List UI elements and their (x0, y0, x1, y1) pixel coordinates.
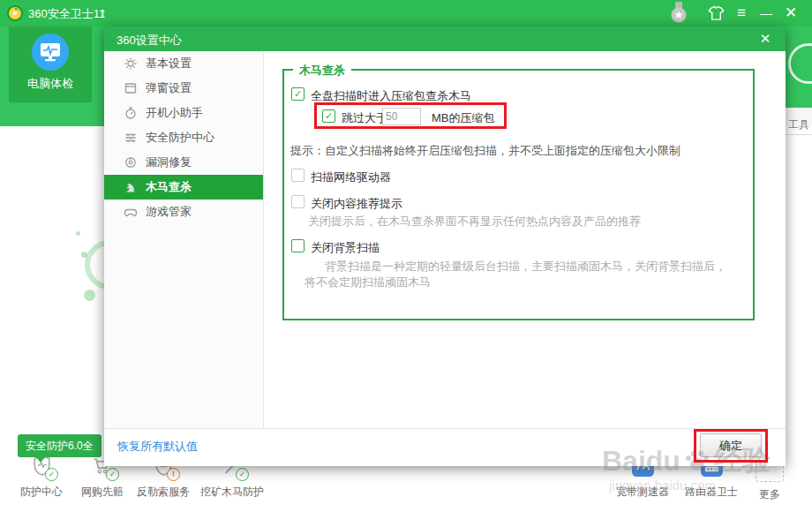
close-icon[interactable]: ✕ (781, 4, 801, 23)
dialog-close-icon[interactable]: ✕ (756, 30, 775, 48)
sidebar-item-label: 游戏管家 (146, 204, 192, 220)
app-titlebar (0, 0, 812, 26)
window-icon (124, 81, 138, 95)
sidebar-item-vulnerability-repair[interactable]: 漏洞修复 (104, 150, 263, 175)
annotation-box-skip-size (314, 102, 507, 129)
gamepad-icon (124, 205, 138, 219)
theme-shirt-icon[interactable] (708, 5, 725, 22)
tools-section-label: 工具 (788, 117, 809, 132)
menu-icon[interactable]: ≡ (732, 4, 751, 23)
sidebar-item-label: 漏洞修复 (146, 154, 192, 170)
sidebar-item-label: 木马查杀 (146, 179, 192, 195)
sidebar-item-trojan-scan[interactable]: 木马查杀 (104, 175, 263, 200)
panel-lines-icon (124, 131, 138, 145)
decorative-dot (76, 231, 80, 236)
tooltip-pointer (35, 456, 46, 463)
archive-scan-checkbox[interactable]: ✓ (291, 87, 304, 101)
status-ok-badge: ✓ (106, 468, 119, 481)
dialog-title: 360设置中心 (117, 33, 182, 49)
trojan-horse-icon (124, 180, 138, 194)
screen: 360安全卫士11 ↑ ≡ — ✕ 电脑体检 工具 (0, 0, 812, 512)
target-icon (124, 155, 138, 169)
annotation-box-ok-button (694, 429, 768, 463)
settings-dialog: 360设置中心 ✕ 基本设置 弹窗设置 (104, 26, 786, 466)
sidebar-item-label: 安全防护中心 (146, 130, 214, 146)
section-legend: 木马查杀 (293, 63, 351, 79)
network-drive-checkbox[interactable] (291, 169, 304, 182)
network-drive-label: 扫描网络驱动器 (311, 169, 391, 185)
sidebar-item-game-manager[interactable]: 游戏管家 (104, 200, 263, 224)
restore-defaults-link[interactable]: 恢复所有默认值 (117, 439, 198, 455)
medal-icon[interactable] (668, 2, 689, 25)
dialog-header (104, 26, 786, 51)
decorative-dot (84, 290, 95, 301)
background-scan-label: 关闭背景扫描 (311, 240, 380, 256)
settings-sidebar: 基本设置 弹窗设置 开机小助手 (104, 51, 264, 428)
toolbar-item-label: 宽带测速器 (603, 485, 682, 500)
tab-computer-checkup[interactable]: 电脑体检 (9, 26, 92, 102)
sidebar-item-security-center[interactable]: 安全防护中心 (104, 125, 263, 150)
background-scan-checkbox[interactable] (291, 239, 304, 252)
content-recommendation-checkbox[interactable] (291, 195, 304, 208)
tip-text: 提示：自定义扫描将始终开启压缩包扫描，并不受上面指定的压缩包大小限制 (290, 143, 680, 159)
content-recommendation-hint: 关闭提示后，在木马查杀界面不再显示任何热点内容及产品的推荐 (308, 214, 641, 230)
sidebar-item-popup-settings[interactable]: 弹窗设置 (104, 76, 263, 101)
timer-icon (124, 106, 138, 120)
sidebar-item-boot-assistant[interactable]: 开机小助手 (104, 101, 263, 125)
footer-divider (104, 428, 786, 429)
content-recommendation-label: 关闭内容推荐提示 (311, 196, 402, 212)
status-ok-badge: ✓ (236, 468, 249, 481)
background-scan-hint-line2: 将不会定期扫描顽固木马 (304, 275, 431, 290)
minimize-icon[interactable]: — (756, 4, 776, 23)
app-logo-icon (6, 4, 24, 22)
tab-computer-checkup-label: 电脑体检 (9, 76, 92, 92)
sidebar-item-label: 基本设置 (146, 56, 192, 72)
background-scan-hint-line1: 背景扫描是一种定期的轻量级后台扫描，主要扫描顽固木马，关闭背景扫描后， (325, 259, 726, 275)
app-title: 360安全卫士11 (28, 6, 105, 22)
security-version-tooltip: 安全防护6.0全 (18, 434, 102, 457)
status-warning-badge: ! (167, 468, 180, 481)
sidebar-item-label: 弹窗设置 (146, 80, 192, 96)
gear-icon (124, 56, 138, 71)
sidebar-item-label: 开机小助手 (146, 105, 203, 121)
toolbar-item-label: 反勒索服务 (124, 485, 203, 500)
checkup-monitor-icon (31, 33, 70, 72)
toolbar-item-label: 更多 (730, 487, 809, 502)
status-ok-badge: ✓ (45, 468, 58, 481)
upgrade-arrow-icon[interactable]: ↑ (100, 4, 107, 19)
sidebar-item-basic-settings[interactable]: 基本设置 (104, 51, 263, 76)
tools-divider (782, 134, 812, 135)
toolbar-item-label: 挖矿木马防护 (192, 485, 272, 500)
